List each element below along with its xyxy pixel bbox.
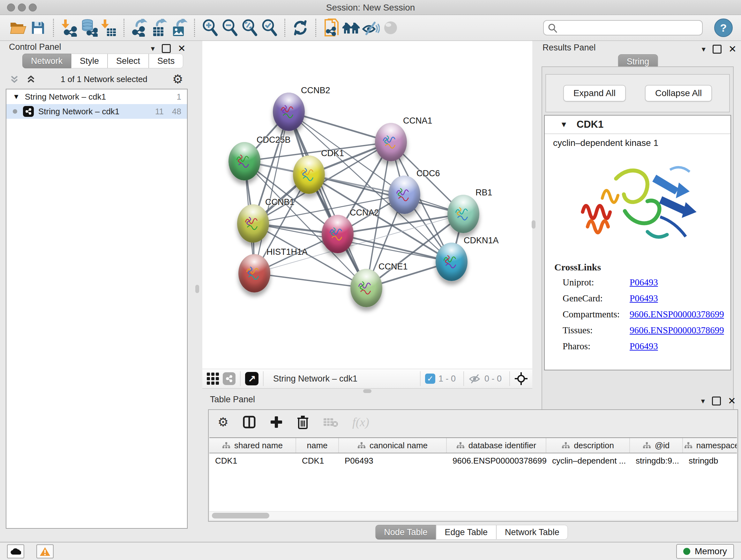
warning-status-button[interactable]: [37, 544, 54, 558]
tab-network[interactable]: Network: [22, 54, 71, 68]
hide-edges-icon[interactable]: [361, 18, 381, 38]
clone-network-icon[interactable]: [321, 18, 341, 38]
tab-sets[interactable]: Sets: [149, 54, 183, 68]
table-cell[interactable]: CDK1: [296, 453, 339, 468]
network-node-cdc25b[interactable]: [228, 142, 260, 180]
network-tree: ▼ String Network – cdk1 1 String Network…: [6, 89, 188, 529]
table-cell[interactable]: P06493: [339, 453, 447, 468]
cloud-status-button[interactable]: [7, 544, 24, 558]
network-node-cdc6[interactable]: [388, 176, 420, 214]
table-options-gear-icon[interactable]: ⚙: [218, 416, 228, 428]
zoom-out-icon[interactable]: [220, 18, 240, 38]
results-panel-title: Results Panel: [542, 43, 596, 53]
crosslink-link[interactable]: 9606.ENSP00000378699: [630, 309, 724, 320]
network-node-ccne1[interactable]: [350, 269, 382, 307]
selected-nodes-icon[interactable]: ✓: [425, 374, 435, 384]
network-edge[interactable]: [254, 273, 366, 288]
network-options-gear-icon[interactable]: ⚙: [172, 73, 183, 85]
gene-collapse-icon[interactable]: ▼: [560, 120, 568, 129]
refresh-icon[interactable]: [290, 18, 310, 38]
table-cell[interactable]: cyclin–dependent ...: [546, 453, 630, 468]
network-node-ccnb1[interactable]: [237, 204, 269, 243]
network-canvas[interactable]: CCNB2CCNA1CDC25BCDK1CDC6RB1CCNB1CCNA2CDK…: [202, 41, 532, 369]
import-network-icon[interactable]: [59, 18, 79, 38]
crosslink-link[interactable]: P06493: [630, 277, 658, 288]
show-columns-icon[interactable]: [243, 415, 256, 429]
zoom-selected-icon[interactable]: [259, 18, 279, 38]
table-cell[interactable]: stringdb:9...: [630, 453, 683, 468]
toolbar-separator: [315, 19, 316, 37]
save-icon[interactable]: [28, 18, 48, 38]
network-icon: [23, 106, 34, 117]
panel-float-button[interactable]: ▾: [151, 44, 155, 53]
left-splitter-handle[interactable]: [195, 285, 199, 293]
network-node-cdk1[interactable]: [293, 155, 325, 194]
table-row[interactable]: CDK1CDK1P064939606.ENSP00000378699cyclin…: [209, 453, 737, 468]
network-node-cdkn1a[interactable]: [435, 243, 468, 281]
network-row[interactable]: String Network – cdk1 1148: [6, 104, 187, 119]
column-header-canonical-name[interactable]: canonical name: [339, 438, 447, 453]
tab-network-table[interactable]: Network Table: [496, 525, 568, 540]
export-network-icon[interactable]: [130, 18, 149, 38]
crosslink-link[interactable]: P06493: [630, 293, 658, 304]
panel-maximize-button[interactable]: [162, 44, 171, 53]
network-node-ccna2[interactable]: [322, 215, 354, 253]
open-folder-icon[interactable]: [8, 18, 28, 38]
memory-button[interactable]: Memory: [676, 544, 734, 559]
panel-close-button[interactable]: ✕: [178, 43, 186, 54]
network-edge[interactable]: [289, 112, 366, 288]
export-image-icon[interactable]: [169, 18, 189, 38]
horizontal-splitter[interactable]: [202, 388, 532, 393]
grid-view-icon[interactable]: [207, 373, 219, 385]
column-header-database-identifier[interactable]: database identifier: [447, 438, 546, 453]
export-table-icon[interactable]: [149, 18, 169, 38]
collection-expand-icon[interactable]: ▼: [13, 92, 20, 101]
zoom-in-icon[interactable]: [200, 18, 220, 38]
delete-column-icon[interactable]: [297, 415, 309, 429]
network-overview-icon[interactable]: [223, 372, 235, 385]
column-header-namespace[interactable]: namespace: [683, 438, 737, 453]
table-cell[interactable]: CDK1: [209, 453, 296, 468]
panel-close-button[interactable]: ✕: [728, 395, 736, 407]
zoom-fit-icon[interactable]: [240, 18, 259, 38]
crosslink-link[interactable]: P06493: [630, 341, 658, 352]
network-node-ccnb2[interactable]: [273, 92, 305, 131]
network-node-ccna1[interactable]: [375, 123, 407, 161]
network-collection-row[interactable]: ▼ String Network – cdk1 1: [6, 89, 187, 104]
function-builder-icon: f(x): [352, 415, 369, 429]
import-table-icon[interactable]: [98, 18, 118, 38]
table-horizontal-scrollbar[interactable]: [209, 511, 737, 520]
table-cell[interactable]: 9606.ENSP00000378699: [447, 453, 546, 468]
add-column-icon[interactable]: [270, 416, 283, 428]
column-header--id[interactable]: @id: [630, 438, 683, 453]
birdseye-view-icon[interactable]: ↗: [245, 372, 259, 385]
scrollbar-thumb[interactable]: [212, 513, 269, 518]
search-input[interactable]: [543, 20, 703, 36]
pan-crosshair-icon[interactable]: [515, 372, 528, 385]
panel-maximize-button[interactable]: [712, 396, 721, 406]
collapse-all-button[interactable]: Collapse All: [645, 85, 712, 102]
expand-all-networks-icon[interactable]: [10, 74, 19, 84]
collapse-all-networks-icon[interactable]: [26, 74, 36, 84]
home-icon[interactable]: [341, 18, 361, 38]
panel-maximize-button[interactable]: [713, 45, 722, 54]
crosslink-link[interactable]: 9606.ENSP00000378699: [630, 325, 724, 335]
tab-node-table[interactable]: Node Table: [375, 525, 436, 540]
graphics-detail-icon[interactable]: [381, 18, 401, 38]
expand-all-button[interactable]: Expand All: [563, 85, 626, 102]
tab-style[interactable]: Style: [71, 54, 108, 68]
help-icon[interactable]: ?: [714, 18, 733, 37]
tab-select[interactable]: Select: [108, 54, 149, 68]
panel-float-button[interactable]: ▾: [701, 396, 705, 406]
collection-count: 1: [177, 92, 187, 102]
column-header-description[interactable]: description: [546, 438, 630, 453]
column-header-shared-name[interactable]: shared name: [209, 438, 296, 453]
network-node-rb1[interactable]: [448, 195, 479, 233]
panel-float-button[interactable]: ▾: [702, 45, 705, 54]
tab-edge-table[interactable]: Edge Table: [436, 525, 496, 540]
table-cell[interactable]: stringdb: [683, 453, 737, 468]
column-header-name[interactable]: name: [296, 438, 339, 453]
import-database-icon[interactable]: [79, 18, 98, 38]
panel-close-button[interactable]: ✕: [729, 44, 737, 55]
network-node-hist1h1a[interactable]: [239, 254, 270, 293]
